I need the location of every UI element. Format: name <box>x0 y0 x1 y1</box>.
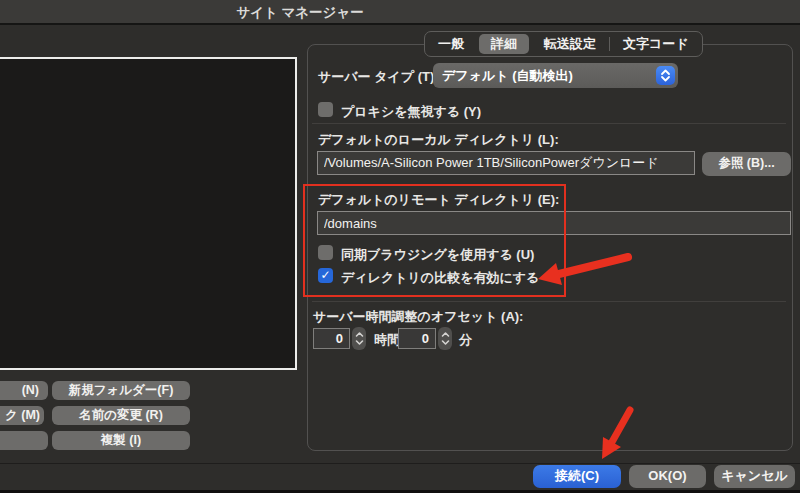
new-folder-button[interactable]: 新規フォルダー(F) <box>52 381 190 400</box>
tab-general[interactable]: 一般 <box>425 32 477 56</box>
delete-button[interactable] <box>0 431 48 450</box>
connect-button[interactable]: 接続(C) <box>533 465 621 488</box>
checkbox-sync-browsing[interactable]: ✓ <box>318 245 333 260</box>
server-type-value: デフォルト (自動検出) <box>442 68 573 83</box>
minutes-input[interactable]: 0 <box>398 328 436 349</box>
directory-comparison-label: ディレクトリの比較を有効にする <box>341 269 539 287</box>
server-type-label: サーバー タイプ (T): <box>318 68 439 86</box>
new-site-button[interactable]: (N) <box>0 381 48 400</box>
cancel-button[interactable]: キャンセル <box>714 465 795 488</box>
duplicate-button[interactable]: 複製 (I) <box>52 431 190 450</box>
new-bookmark-button[interactable]: ク (M) <box>0 406 44 425</box>
minutes-unit-label: 分 <box>459 331 472 349</box>
local-directory-label: デフォルトのローカル ディレクトリ (L): <box>318 131 559 149</box>
hours-unit-label: 時間 <box>374 331 400 349</box>
tab-advanced[interactable]: 詳細 <box>479 34 529 54</box>
remote-directory-input[interactable] <box>317 211 791 235</box>
remote-directory-label: デフォルトのリモート ディレクトリ (E): <box>318 191 559 209</box>
tab-charset[interactable]: 文字コード <box>610 32 702 56</box>
tab-transfer-settings[interactable]: 転送設定 <box>531 32 609 56</box>
local-directory-input[interactable] <box>317 151 695 175</box>
minutes-stepper[interactable] <box>438 327 452 350</box>
rename-button[interactable]: 名前の変更 (R) <box>52 406 190 425</box>
hours-stepper[interactable] <box>352 327 366 350</box>
checkbox-bypass-proxy[interactable]: ✓ <box>318 102 333 117</box>
server-type-dropdown[interactable]: デフォルト (自動検出) <box>433 63 678 88</box>
window-titlebar[interactable]: サイト マネージャー <box>0 0 800 25</box>
chevron-up-down-icon <box>656 66 675 85</box>
sync-browsing-label: 同期ブラウジングを使用する (U) <box>341 246 534 264</box>
window-title: サイト マネージャー <box>0 4 600 22</box>
ok-button[interactable]: OK(O) <box>629 465 706 488</box>
hours-input[interactable]: 0 <box>313 328 350 349</box>
bypass-proxy-label: プロキシを無視する (Y) <box>341 103 481 121</box>
footer-divider <box>0 463 800 464</box>
section-divider <box>312 301 786 302</box>
section-divider <box>312 123 786 124</box>
checkbox-directory-comparison[interactable]: ✓ <box>318 268 333 283</box>
browse-button[interactable]: 参照 (B)... <box>702 152 791 176</box>
time-offset-label: サーバー時間調整のオフセット (A): <box>313 308 523 326</box>
site-tree-panel[interactable] <box>0 57 297 370</box>
check-icon: ✓ <box>318 268 333 283</box>
tab-bar: 一般 詳細 転送設定 文字コード <box>424 31 703 57</box>
site-manager-dialog: サイト マネージャー 一般 詳細 転送設定 文字コード サーバー タイプ (T)… <box>0 0 800 493</box>
